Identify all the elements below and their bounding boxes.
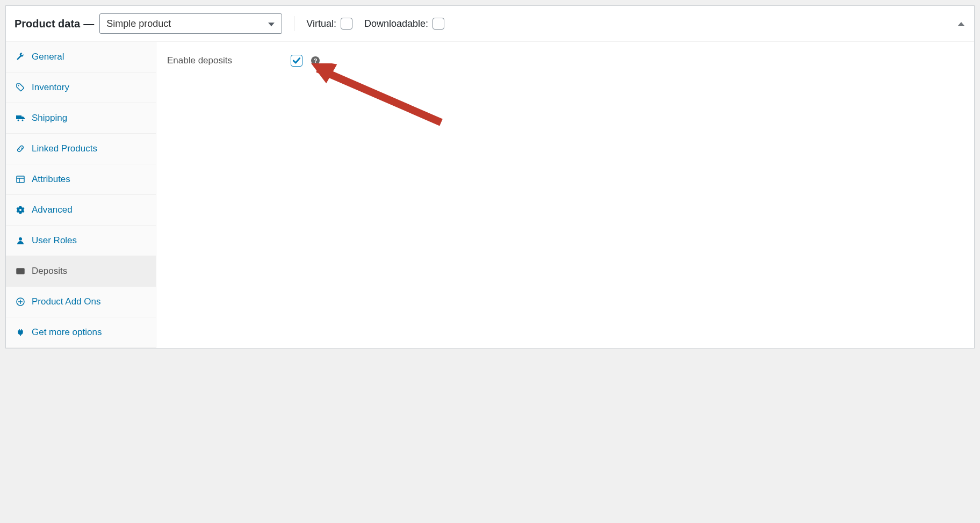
gear-icon: [16, 205, 25, 215]
tab-label: Product Add Ons: [32, 296, 101, 307]
tab-inventory[interactable]: Inventory: [6, 72, 156, 103]
plus-circle-icon: [16, 297, 25, 307]
tag-icon: [16, 83, 25, 92]
tab-linked-products[interactable]: Linked Products: [6, 134, 156, 164]
link-icon: [16, 144, 25, 154]
header-divider: [294, 16, 294, 31]
collapse-toggle[interactable]: [955, 17, 968, 30]
svg-point-0: [18, 85, 19, 86]
annotation-arrow: [307, 63, 446, 144]
downloadable-checkbox[interactable]: [433, 18, 444, 30]
virtual-group: Virtual:: [306, 18, 352, 30]
tab-label: Shipping: [32, 113, 67, 124]
tab-general[interactable]: General: [6, 42, 156, 72]
tab-label: Get more options: [32, 327, 102, 338]
virtual-label: Virtual:: [306, 18, 336, 30]
metabox-header: Product data — Simple product Virtual: D…: [6, 6, 974, 42]
plug-icon: [16, 328, 25, 337]
help-tip-icon[interactable]: ?: [311, 56, 320, 65]
metabox-title: Product data: [15, 18, 80, 30]
tab-attributes[interactable]: Attributes: [6, 164, 156, 195]
deposits-panel: Enable deposits ?: [156, 42, 974, 348]
tab-shipping[interactable]: Shipping: [6, 103, 156, 134]
tab-label: General: [32, 52, 64, 62]
downloadable-group: Downloadable:: [364, 18, 444, 30]
product-data-metabox: Product data — Simple product Virtual: D…: [5, 5, 975, 348]
layout-icon: [16, 175, 25, 184]
svg-rect-1: [16, 115, 21, 119]
metabox-body: General Inventory Shipping Linked Produc…: [6, 42, 974, 348]
enable-deposits-row: Enable deposits ?: [167, 55, 963, 67]
tab-label: Inventory: [32, 82, 69, 93]
tab-label: Deposits: [32, 266, 67, 277]
tab-label: Attributes: [32, 174, 70, 185]
downloadable-label: Downloadable:: [364, 18, 428, 30]
enable-deposits-label: Enable deposits: [167, 55, 285, 66]
card-icon: [16, 266, 25, 276]
svg-line-13: [318, 69, 441, 122]
virtual-checkbox[interactable]: [341, 18, 352, 30]
svg-point-3: [22, 120, 24, 121]
svg-point-2: [18, 120, 19, 121]
tab-user-roles[interactable]: User Roles: [6, 226, 156, 256]
user-icon: [16, 236, 25, 245]
tab-get-more-options[interactable]: Get more options: [6, 317, 156, 348]
truck-icon: [16, 113, 25, 123]
title-dash: —: [83, 18, 94, 30]
product-data-tabs: General Inventory Shipping Linked Produc…: [6, 42, 156, 348]
product-type-select[interactable]: Simple product: [99, 13, 282, 34]
tab-label: Linked Products: [32, 143, 97, 154]
tab-deposits[interactable]: Deposits: [6, 256, 156, 287]
product-type-select-wrap: Simple product: [99, 13, 282, 34]
tab-label: Advanced: [32, 205, 73, 215]
svg-rect-8: [17, 268, 24, 274]
tab-advanced[interactable]: Advanced: [6, 195, 156, 226]
enable-deposits-checkbox[interactable]: [291, 55, 302, 67]
wrench-icon: [16, 52, 25, 62]
tab-label: User Roles: [32, 235, 77, 246]
svg-point-7: [19, 237, 22, 241]
tab-product-add-ons[interactable]: Product Add Ons: [6, 287, 156, 317]
svg-rect-4: [17, 176, 24, 183]
